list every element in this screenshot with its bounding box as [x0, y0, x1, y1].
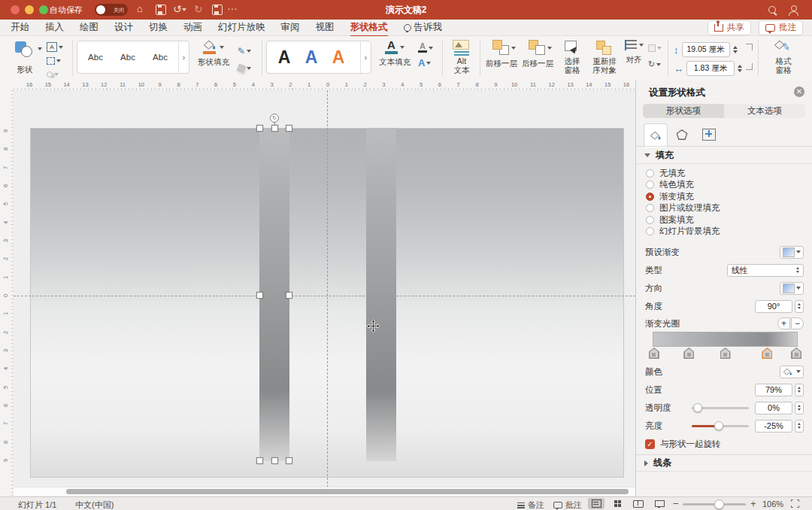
transparency-stepper[interactable]: [795, 402, 804, 414]
resize-handle-right[interactable]: [286, 292, 292, 299]
add-stop-button[interactable]: +: [777, 317, 790, 329]
brightness-stepper[interactable]: [795, 420, 804, 433]
color-dropdown[interactable]: [780, 366, 804, 378]
gradient-stop[interactable]: [791, 348, 801, 359]
vertical-guide[interactable]: [327, 90, 328, 487]
menu-tab[interactable]: 审阅: [281, 21, 300, 34]
width-input[interactable]: 1.83 厘米: [686, 61, 735, 76]
resize-handle-left[interactable]: [256, 292, 263, 299]
text-outline-button[interactable]: A: [418, 42, 433, 53]
shape-style-thumbnail[interactable]: Abc: [114, 44, 142, 70]
horizontal-scrollbar[interactable]: [14, 487, 635, 496]
gradient-stop[interactable]: [762, 348, 772, 359]
transparency-input[interactable]: 0%: [755, 402, 792, 414]
resize-handle-top-left[interactable]: [256, 125, 263, 132]
panel-tab[interactable]: 文本选项: [724, 104, 805, 118]
slideshow-button[interactable]: [651, 498, 668, 509]
brightness-input[interactable]: -25%: [755, 420, 792, 433]
direction-dropdown[interactable]: [780, 282, 804, 295]
menu-tab[interactable]: 幻灯片放映: [218, 21, 265, 34]
fill-option[interactable]: 纯色填充: [646, 181, 720, 190]
slide-canvas[interactable]: ↻: [14, 90, 635, 496]
fill-section-header[interactable]: 填充: [636, 147, 812, 164]
account-icon[interactable]: [788, 5, 798, 14]
width-stepper[interactable]: [738, 65, 742, 72]
slider-thumb[interactable]: [714, 421, 723, 430]
menu-tab[interactable]: 设计: [114, 21, 133, 34]
text-fill-button[interactable]: A 文本填充: [376, 40, 414, 66]
edit-shape-button[interactable]: [47, 55, 63, 66]
position-input[interactable]: 79%: [755, 384, 792, 396]
comments-toggle-button[interactable]: 批注: [553, 499, 582, 510]
shape-style-thumbnail[interactable]: Abc: [81, 44, 110, 70]
resize-handle-bottom-right[interactable]: [286, 457, 292, 464]
menu-tab[interactable]: 动画: [183, 21, 202, 34]
alt-text-button[interactable]: Alt文本: [447, 40, 477, 75]
resize-handle-top[interactable]: [271, 125, 278, 132]
zoom-in-button[interactable]: +: [750, 498, 756, 509]
share-button[interactable]: 共享: [707, 20, 751, 35]
checkbox-checked-icon[interactable]: ✓: [645, 439, 655, 449]
fill-option[interactable]: 幻灯片背景填充: [646, 227, 720, 236]
selected-rectangle-shape[interactable]: ↻: [259, 128, 289, 461]
menu-tab[interactable]: 视图: [316, 21, 335, 34]
normal-view-button[interactable]: [588, 498, 604, 509]
height-stepper[interactable]: [733, 46, 738, 53]
line-section-header[interactable]: 线条: [636, 455, 812, 472]
align-button[interactable]: 对齐: [621, 40, 647, 64]
preset-gradient-dropdown[interactable]: [780, 246, 804, 259]
shape-outline-button[interactable]: ✎: [238, 45, 251, 56]
transparency-slider[interactable]: [692, 407, 749, 409]
angle-input[interactable]: 90°: [755, 300, 792, 313]
slide-sorter-view-button[interactable]: [609, 498, 626, 509]
notes-button[interactable]: 备注: [517, 499, 544, 510]
shape-effects-button[interactable]: [238, 62, 251, 74]
search-icon[interactable]: [768, 6, 776, 14]
reading-view-button[interactable]: [630, 498, 647, 509]
tell-me-tab[interactable]: 告诉我: [404, 21, 443, 34]
zoom-out-button[interactable]: −: [673, 498, 679, 509]
panel-close-button[interactable]: ✕: [794, 87, 804, 97]
menu-tab[interactable]: 插入: [45, 21, 64, 34]
brightness-slider[interactable]: [692, 425, 749, 427]
resize-handle-top-right[interactable]: [286, 125, 292, 132]
gradient-stop[interactable]: [720, 348, 731, 359]
language-indicator[interactable]: 中文(中国): [75, 499, 114, 510]
bring-forward-button[interactable]: 前移一层: [484, 40, 519, 68]
format-pane-button[interactable]: ✎ 格式窗格: [762, 40, 804, 75]
gallery-more-button[interactable]: ›: [360, 41, 371, 73]
zoom-slider-thumb[interactable]: [714, 499, 724, 509]
fit-slide-button[interactable]: [791, 499, 799, 509]
slider-thumb[interactable]: [693, 403, 702, 412]
menu-tab[interactable]: 切换: [149, 21, 168, 34]
selection-pane-button[interactable]: 选择窗格: [558, 40, 586, 75]
horizontal-guide[interactable]: [14, 296, 635, 296]
wordart-thumbnail[interactable]: A: [298, 44, 325, 70]
fill-line-tab[interactable]: [644, 123, 668, 147]
wordart-thumbnail[interactable]: A: [271, 44, 298, 70]
rotate-with-shape-row[interactable]: ✓ 与形状一起旋转: [645, 437, 804, 451]
resize-handle-bottom-left[interactable]: [256, 457, 263, 464]
shape-fill-button[interactable]: 形状填充: [194, 40, 233, 66]
zoom-level[interactable]: 106%: [762, 499, 783, 508]
zoom-slider[interactable]: [683, 503, 746, 505]
gradient-preview-bar[interactable]: [653, 332, 798, 347]
gradient-stop[interactable]: [683, 348, 694, 359]
scrollbar-thumb[interactable]: [66, 489, 629, 494]
position-stepper[interactable]: [795, 384, 804, 396]
insert-shape-button[interactable]: 形状: [8, 40, 42, 74]
send-backward-button[interactable]: 后移一层: [520, 40, 555, 68]
fill-option[interactable]: 无填充: [646, 168, 720, 178]
wordart-thumbnail[interactable]: A: [325, 44, 352, 70]
group-objects-button[interactable]: [648, 42, 662, 53]
text-effects-button[interactable]: A: [418, 57, 433, 68]
reorder-objects-button[interactable]: 重新排序对象: [588, 40, 621, 75]
resize-handle-bottom[interactable]: [271, 457, 278, 464]
gradient-stop[interactable]: [649, 348, 659, 359]
fill-option[interactable]: 图片或纹理填充: [646, 204, 720, 213]
gradient-rectangle-shape[interactable]: [366, 128, 396, 461]
merge-shapes-button[interactable]: [47, 68, 63, 80]
panel-tab[interactable]: 形状选项: [643, 104, 724, 118]
type-select[interactable]: 线性: [727, 264, 804, 277]
comments-button[interactable]: 批注: [759, 20, 803, 35]
